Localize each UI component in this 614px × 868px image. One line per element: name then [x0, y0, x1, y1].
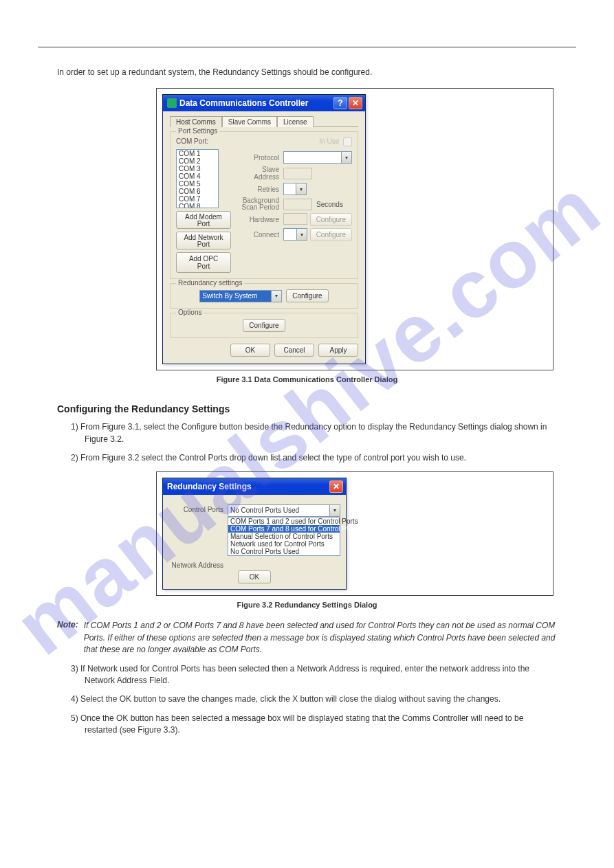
retries-select[interactable] [283, 183, 307, 195]
step-3: 3) If Network used for Control Ports has… [71, 663, 557, 687]
dropdown-option[interactable]: No Control Ports Used [228, 548, 340, 555]
bg-scan-input[interactable] [283, 199, 312, 210]
control-ports-label: Control Ports [170, 504, 223, 513]
connect-select[interactable] [283, 228, 307, 241]
figure2-caption: Figure 3.2 Redundancy Settings Dialog [57, 600, 557, 611]
control-ports-select[interactable]: No Control Ports Used [228, 504, 340, 517]
options-group: Options Configure [170, 313, 358, 338]
hardware-input[interactable] [283, 213, 307, 225]
intro-text: In order to set up a redundant system, t… [57, 67, 557, 78]
dialog1-title: Data Communications Controller [179, 98, 308, 108]
step-1: 1) From Figure 3.1, select the Configure… [71, 421, 557, 445]
app-icon [167, 98, 177, 108]
list-item[interactable]: COM 2 [177, 157, 218, 165]
redundancy-legend: Redundancy settings [176, 279, 244, 287]
section-title: Configuring the Redundancy Settings [57, 403, 557, 414]
port-settings-group: Port Settings COM Port: In Use COM 1 C [170, 131, 358, 279]
step-2: 2) From Figure 3.2 select the Control Po… [71, 452, 557, 464]
add-network-button[interactable]: Add Network Port [176, 232, 231, 249]
note-body: If COM Ports 1 and 2 or COM Ports 7 and … [84, 620, 557, 656]
tab-license[interactable]: License [277, 116, 313, 127]
network-address-label: Network Address [170, 560, 223, 569]
redundancy-select[interactable]: Switch By System [199, 290, 282, 302]
com-port-listbox[interactable]: COM 1 COM 2 COM 3 COM 4 COM 5 COM 6 COM … [176, 149, 219, 208]
header-rule [38, 47, 576, 47]
slave-addr-input[interactable] [283, 168, 312, 179]
add-modem-button[interactable]: Add Modem Port [176, 211, 231, 229]
dialog2-ok-button[interactable]: OK [238, 570, 271, 583]
hardware-label: Hardware [237, 216, 279, 223]
redundancy-group: Redundancy settings Switch By System Con… [170, 283, 358, 309]
in-use-label: In Use [319, 137, 352, 146]
connect-configure-button[interactable]: Configure [310, 228, 352, 241]
seconds-label: Seconds [316, 201, 343, 208]
dropdown-option[interactable]: Network used for Control Ports [228, 540, 340, 548]
options-legend: Options [176, 309, 204, 316]
bg-scan-label: Background Scan Period [237, 197, 279, 211]
tab-host-comms[interactable]: Host Comms [170, 116, 222, 127]
hardware-configure-button[interactable]: Configure [310, 213, 352, 226]
list-item[interactable]: COM 7 [177, 195, 218, 203]
cancel-button[interactable]: Cancel [274, 344, 314, 357]
apply-button[interactable]: Apply [318, 344, 358, 357]
connect-label: Connect [237, 231, 279, 238]
help-button[interactable]: ? [333, 97, 347, 109]
list-item[interactable]: COM 6 [177, 188, 218, 195]
port-settings-legend: Port Settings [176, 127, 219, 135]
dialog2-close-button[interactable]: ✕ [329, 480, 343, 493]
step-4: 4) Select the OK button to save the chan… [71, 693, 557, 705]
dropdown-option[interactable]: COM Ports 7 and 8 used for Control Ports [228, 525, 340, 533]
dropdown-option[interactable]: Manual Selection of Control Ports [228, 533, 340, 540]
figure-2-frame: Redundancy Settings ✕ Control Ports No C… [156, 471, 553, 596]
list-item[interactable]: COM 5 [177, 180, 218, 188]
protocol-label: Protocol [237, 154, 279, 162]
dialog2-titlebar: Redundancy Settings ✕ [163, 478, 346, 495]
note-title: Note: [57, 620, 78, 656]
options-configure-button[interactable]: Configure [243, 319, 285, 332]
redundancy-configure-button[interactable]: Configure [286, 289, 328, 302]
list-item[interactable]: COM 3 [177, 165, 218, 173]
dropdown-option[interactable]: COM Ports 1 and 2 used for Control Ports [228, 518, 340, 525]
slave-addr-label: Slave Address [237, 166, 279, 181]
in-use-checkbox[interactable] [343, 137, 352, 146]
add-opc-button[interactable]: Add OPC Port [176, 252, 231, 273]
dialog2-title: Redundancy Settings [167, 482, 252, 491]
com-port-label: COM Port: [176, 137, 208, 146]
step-5: 5) Once the OK button has been selected … [71, 713, 557, 737]
list-item[interactable]: COM 8 [177, 203, 218, 208]
control-ports-dropdown[interactable]: COM Ports 1 and 2 used for Control Ports… [228, 517, 340, 556]
dialog1-titlebar: Data Communications Controller ? ✕ [163, 95, 365, 111]
ok-button[interactable]: OK [230, 344, 270, 357]
tab-slave-comms[interactable]: Slave Comms [222, 116, 277, 127]
protocol-select[interactable] [283, 151, 352, 164]
list-item[interactable]: COM 1 [177, 150, 218, 157]
list-item[interactable]: COM 4 [177, 173, 218, 180]
tabs: Host Comms Slave Comms License [170, 115, 358, 127]
close-button[interactable]: ✕ [349, 97, 362, 109]
figure-1-frame: Data Communications Controller ? ✕ Host … [156, 88, 553, 370]
figure1-caption: Figure 3.1 Data Communications Controlle… [57, 375, 557, 386]
retries-label: Retries [237, 186, 279, 193]
